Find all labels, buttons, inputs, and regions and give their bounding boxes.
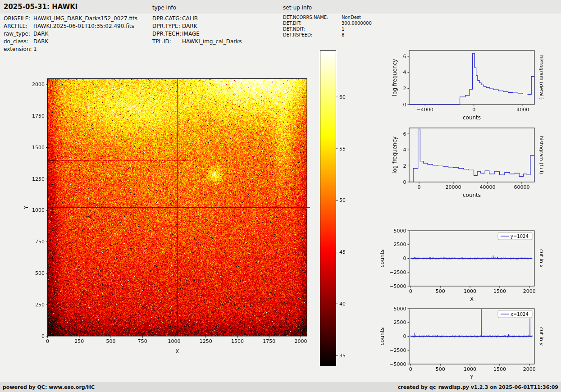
hist_detail-ytick-label: 2 bbox=[403, 86, 406, 91]
cut_y-ytick-label: −5000 bbox=[389, 361, 406, 367]
dark_frame-ytick-label: 750 bbox=[35, 239, 45, 245]
dark_frame-xtick-label: 250 bbox=[74, 338, 84, 344]
cut_y-ytick-label: −2500 bbox=[389, 347, 406, 353]
hist_detail-ytick-label: 0 bbox=[403, 102, 406, 108]
plots-overlay: 0250500750100012501500175020000250500750… bbox=[0, 0, 561, 392]
dark_frame-xtick-label: 2000 bbox=[295, 338, 307, 344]
cut_y-xtick-label: 0 bbox=[409, 366, 412, 372]
hist_detail-frame bbox=[409, 50, 534, 105]
cut_x-ytick-label: −5000 bbox=[389, 283, 406, 289]
dark_frame-ytick-label: 1500 bbox=[32, 145, 45, 150]
hist_detail-line bbox=[409, 54, 534, 105]
cut_y-xtick-label: 2000 bbox=[523, 366, 536, 372]
dark_frame-ytick-label: 1000 bbox=[32, 207, 45, 213]
hist_detail-ytick-label: 6 bbox=[403, 54, 406, 59]
cut_x-ytick-label: −2500 bbox=[389, 269, 406, 275]
hist_full-xtick-label: 0 bbox=[418, 184, 421, 190]
hist_full-side-label: histogram (full) bbox=[538, 136, 544, 174]
colorbar-tick-label: 45 bbox=[339, 249, 346, 255]
cut_x-xtick-label: 500 bbox=[436, 288, 445, 294]
hist_detail-xtick-label: 4000 bbox=[516, 107, 529, 113]
dark_frame-xlabel: X bbox=[175, 348, 179, 355]
footer-left-text: powered by QC: www.eso.org/HC bbox=[3, 384, 95, 390]
cut_y-xtick-label: 500 bbox=[436, 366, 445, 372]
dark_frame-xtick-label: 1750 bbox=[263, 338, 275, 344]
hist_detail-xtick-label: −4000 bbox=[417, 107, 433, 113]
hist_full-ytick-label: 0 bbox=[403, 179, 406, 185]
hist_full-xtick-label: 40000 bbox=[479, 184, 495, 190]
colorbar-tick-label: 55 bbox=[339, 146, 346, 152]
cut_y-ylabel: counts bbox=[379, 327, 385, 345]
hist_detail-side-label: histogram (detail) bbox=[538, 55, 544, 100]
dark_frame-ytick-label: 250 bbox=[35, 302, 45, 308]
dark_frame-ytick-label: 2000 bbox=[32, 82, 45, 87]
dark_frame-ylabel: Y bbox=[23, 205, 29, 210]
cut_y-ytick-label: 5000 bbox=[394, 306, 406, 312]
colorbar-tick-label: 40 bbox=[339, 301, 346, 307]
cut_x-ytick-label: 5000 bbox=[394, 228, 406, 234]
colorbar-tick-label: 60 bbox=[339, 94, 346, 100]
cut_x-ytick-label: 0 bbox=[403, 255, 406, 261]
hist_full-ytick-label: 4 bbox=[403, 147, 406, 153]
cut_x-side-label: cut in x bbox=[538, 249, 544, 268]
dark_frame-ytick-label: 1750 bbox=[32, 113, 45, 119]
footer-bar: powered by QC: www.eso.org/HC created by… bbox=[0, 382, 561, 392]
cut_y-xtick-label: 1500 bbox=[493, 366, 506, 372]
hist_detail-xtick-label: 0 bbox=[472, 107, 475, 113]
hist_full-ylabel: log frequency bbox=[392, 137, 398, 173]
hist_detail-ylabel: log frequency bbox=[392, 59, 398, 96]
cut_x-xlabel: X bbox=[470, 296, 474, 302]
cut_y-xtick-label: 1000 bbox=[464, 366, 476, 372]
cut_x-line bbox=[410, 255, 532, 259]
dark_frame-xtick-label: 0 bbox=[46, 338, 49, 344]
footer-right-text: created by qc_rawdisp.py v1.2.3 on 2025-… bbox=[398, 384, 558, 390]
dark_frame-ytick-label: 500 bbox=[35, 270, 45, 276]
dark_frame-xtick-label: 750 bbox=[138, 338, 147, 344]
dark_frame-xtick-label: 1500 bbox=[231, 338, 244, 344]
qc-report-page: { "header": { "title": "2025-05-31: HAWK… bbox=[0, 0, 561, 392]
cut_x-xtick-label: 1000 bbox=[464, 288, 476, 294]
hist_full-ytick-label: 6 bbox=[403, 131, 406, 137]
hist_full-ytick-label: 2 bbox=[403, 163, 406, 169]
hist_detail-ytick-label: 4 bbox=[403, 69, 406, 75]
hist_full-xtick-label: 60000 bbox=[514, 184, 529, 190]
dark_frame-ytick-label: 0 bbox=[41, 333, 45, 339]
hist_detail-xlabel: counts bbox=[463, 114, 481, 121]
cut_y-ytick-label: 0 bbox=[403, 333, 406, 339]
cut_x-xtick-label: 0 bbox=[409, 288, 412, 294]
hist_full-frame bbox=[409, 128, 534, 182]
dark_frame-xtick-label: 1250 bbox=[200, 338, 212, 344]
dark_frame-ytick-label: 1250 bbox=[32, 176, 45, 182]
cut_x-xtick-label: 1500 bbox=[493, 288, 506, 294]
cut_y-ytick-label: 2500 bbox=[394, 319, 406, 325]
hist_full-xtick-label: 20000 bbox=[445, 184, 461, 190]
cut_y-side-label: cut in y bbox=[538, 327, 544, 346]
cut_x-legend-label: y=1024 bbox=[511, 234, 529, 239]
colorbar-tick-label: 35 bbox=[339, 353, 346, 359]
dark_frame-xtick-label: 1000 bbox=[168, 338, 181, 344]
dark_frame-xtick-label: 500 bbox=[106, 338, 116, 344]
hist_full-line bbox=[409, 129, 534, 182]
colorbar-tick-label: 50 bbox=[339, 197, 346, 203]
hist_full-xlabel: counts bbox=[463, 192, 481, 198]
cut_x-xtick-label: 2000 bbox=[523, 288, 536, 294]
cut_x-ytick-label: 2500 bbox=[394, 242, 406, 247]
cut_x-ylabel: counts bbox=[379, 249, 385, 267]
cut_y-xlabel: Y bbox=[470, 374, 474, 380]
cut_y-legend-label: x=1024 bbox=[511, 312, 529, 317]
